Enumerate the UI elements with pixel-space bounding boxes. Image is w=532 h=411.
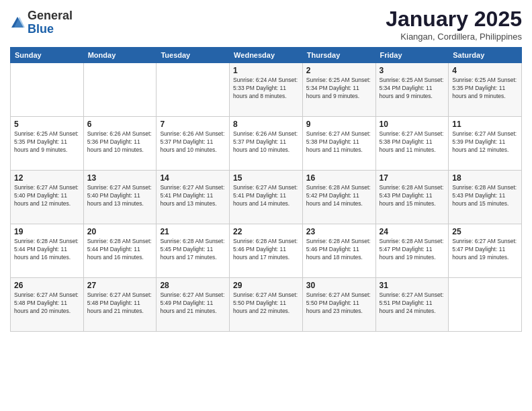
day-info-1-3: Sunrise: 6:26 AM Sunset: 5:37 PM Dayligh…: [233, 130, 299, 154]
cell-4-6: [449, 278, 522, 332]
week-row-0: 1Sunrise: 6:24 AM Sunset: 5:33 PM Daylig…: [11, 63, 522, 117]
day-num-2-0: 12: [14, 173, 80, 183]
cell-2-3: 15Sunrise: 6:27 AM Sunset: 5:41 PM Dayli…: [230, 171, 303, 224]
day-info-2-3: Sunrise: 6:27 AM Sunset: 5:41 PM Dayligh…: [233, 184, 299, 208]
day-info-2-5: Sunrise: 6:28 AM Sunset: 5:43 PM Dayligh…: [380, 184, 445, 208]
day-info-2-0: Sunrise: 6:27 AM Sunset: 5:40 PM Dayligh…: [14, 184, 80, 208]
cell-1-3: 8Sunrise: 6:26 AM Sunset: 5:37 PM Daylig…: [230, 117, 303, 171]
day-num-3-5: 24: [380, 227, 445, 236]
day-num-4-3: 29: [233, 281, 299, 290]
day-info-3-6: Sunrise: 6:27 AM Sunset: 5:47 PM Dayligh…: [452, 238, 518, 262]
cell-1-1: 6Sunrise: 6:26 AM Sunset: 5:36 PM Daylig…: [83, 117, 157, 171]
day-info-1-4: Sunrise: 6:27 AM Sunset: 5:38 PM Dayligh…: [306, 130, 372, 154]
day-num-4-2: 28: [160, 281, 226, 290]
day-num-0-4: 2: [306, 66, 372, 75]
cell-2-4: 16Sunrise: 6:28 AM Sunset: 5:42 PM Dayli…: [302, 171, 375, 224]
cell-4-4: 30Sunrise: 6:27 AM Sunset: 5:50 PM Dayli…: [302, 278, 375, 332]
day-num-1-2: 7: [160, 120, 226, 129]
logo-icon: [10, 15, 25, 30]
location-subtitle: Kiangan, Cordillera, Philippines: [386, 32, 522, 42]
week-row-1: 5Sunrise: 6:25 AM Sunset: 5:35 PM Daylig…: [11, 117, 522, 171]
day-num-3-2: 21: [160, 227, 226, 236]
day-info-3-2: Sunrise: 6:28 AM Sunset: 5:45 PM Dayligh…: [160, 238, 226, 262]
cell-4-3: 29Sunrise: 6:27 AM Sunset: 5:50 PM Dayli…: [230, 278, 303, 332]
day-num-2-5: 17: [380, 173, 445, 183]
cell-2-1: 13Sunrise: 6:27 AM Sunset: 5:40 PM Dayli…: [83, 171, 157, 224]
day-info-1-6: Sunrise: 6:27 AM Sunset: 5:39 PM Dayligh…: [452, 130, 518, 154]
logo-blue: Blue: [28, 22, 54, 36]
title-block: January 2025 Kiangan, Cordillera, Philip…: [386, 7, 522, 42]
cell-0-6: 4Sunrise: 6:25 AM Sunset: 5:35 PM Daylig…: [449, 63, 522, 117]
day-num-2-2: 14: [160, 173, 226, 183]
day-num-0-6: 4: [452, 66, 518, 75]
day-num-2-3: 15: [233, 173, 299, 183]
col-tuesday: Tuesday: [157, 48, 230, 63]
day-num-1-3: 8: [233, 120, 299, 129]
cell-0-3: 1Sunrise: 6:24 AM Sunset: 5:33 PM Daylig…: [230, 63, 303, 117]
day-num-1-0: 5: [14, 120, 80, 129]
cell-3-6: 25Sunrise: 6:27 AM Sunset: 5:47 PM Dayli…: [449, 224, 522, 278]
day-num-4-4: 30: [306, 281, 372, 290]
cell-1-4: 9Sunrise: 6:27 AM Sunset: 5:38 PM Daylig…: [302, 117, 375, 171]
day-num-1-6: 11: [452, 120, 518, 129]
week-row-2: 12Sunrise: 6:27 AM Sunset: 5:40 PM Dayli…: [11, 171, 522, 224]
day-info-4-0: Sunrise: 6:27 AM Sunset: 5:48 PM Dayligh…: [14, 291, 80, 316]
day-num-3-3: 22: [233, 227, 299, 236]
col-sunday: Sunday: [11, 48, 84, 63]
day-info-1-0: Sunrise: 6:25 AM Sunset: 5:35 PM Dayligh…: [14, 130, 80, 154]
cell-1-6: 11Sunrise: 6:27 AM Sunset: 5:39 PM Dayli…: [449, 117, 522, 171]
cell-3-4: 23Sunrise: 6:28 AM Sunset: 5:46 PM Dayli…: [302, 224, 375, 278]
cell-2-2: 14Sunrise: 6:27 AM Sunset: 5:41 PM Dayli…: [157, 171, 230, 224]
day-info-2-1: Sunrise: 6:27 AM Sunset: 5:40 PM Dayligh…: [87, 184, 153, 208]
day-info-4-1: Sunrise: 6:27 AM Sunset: 5:48 PM Dayligh…: [87, 291, 153, 316]
day-info-3-0: Sunrise: 6:28 AM Sunset: 5:44 PM Dayligh…: [14, 238, 80, 262]
cell-4-5: 31Sunrise: 6:27 AM Sunset: 5:51 PM Dayli…: [375, 278, 449, 332]
day-num-1-1: 6: [87, 120, 153, 129]
day-num-2-4: 16: [306, 173, 372, 183]
week-row-3: 19Sunrise: 6:28 AM Sunset: 5:44 PM Dayli…: [11, 224, 522, 278]
day-info-0-3: Sunrise: 6:24 AM Sunset: 5:33 PM Dayligh…: [233, 77, 299, 101]
cell-1-2: 7Sunrise: 6:26 AM Sunset: 5:37 PM Daylig…: [157, 117, 230, 171]
day-info-3-5: Sunrise: 6:28 AM Sunset: 5:47 PM Dayligh…: [380, 238, 445, 262]
col-monday: Monday: [83, 48, 157, 63]
page: General Blue January 2025 Kiangan, Cordi…: [0, 0, 532, 411]
logo-general: General: [28, 9, 73, 22]
day-num-2-6: 18: [452, 173, 518, 183]
day-info-2-2: Sunrise: 6:27 AM Sunset: 5:41 PM Dayligh…: [160, 184, 226, 208]
header: General Blue January 2025 Kiangan, Cordi…: [10, 7, 522, 42]
day-info-1-1: Sunrise: 6:26 AM Sunset: 5:36 PM Dayligh…: [87, 130, 153, 154]
day-num-3-0: 19: [14, 227, 80, 236]
day-num-3-4: 23: [306, 227, 372, 236]
day-num-2-1: 13: [87, 173, 153, 183]
day-num-1-5: 10: [380, 120, 445, 129]
day-info-2-4: Sunrise: 6:28 AM Sunset: 5:42 PM Dayligh…: [306, 184, 372, 208]
day-info-3-4: Sunrise: 6:28 AM Sunset: 5:46 PM Dayligh…: [306, 238, 372, 262]
day-num-0-5: 3: [380, 66, 445, 75]
calendar-header-row: Sunday Monday Tuesday Wednesday Thursday…: [11, 48, 522, 63]
week-row-4: 26Sunrise: 6:27 AM Sunset: 5:48 PM Dayli…: [11, 278, 522, 332]
day-info-2-6: Sunrise: 6:28 AM Sunset: 5:43 PM Dayligh…: [452, 184, 518, 208]
day-info-4-4: Sunrise: 6:27 AM Sunset: 5:50 PM Dayligh…: [306, 291, 372, 316]
cell-1-5: 10Sunrise: 6:27 AM Sunset: 5:38 PM Dayli…: [375, 117, 449, 171]
day-info-4-2: Sunrise: 6:27 AM Sunset: 5:49 PM Dayligh…: [160, 291, 226, 316]
day-info-4-5: Sunrise: 6:27 AM Sunset: 5:51 PM Dayligh…: [380, 291, 445, 316]
day-num-1-4: 9: [306, 120, 372, 129]
cell-1-0: 5Sunrise: 6:25 AM Sunset: 5:35 PM Daylig…: [11, 117, 84, 171]
cell-3-2: 21Sunrise: 6:28 AM Sunset: 5:45 PM Dayli…: [157, 224, 230, 278]
col-thursday: Thursday: [302, 48, 375, 63]
cell-0-4: 2Sunrise: 6:25 AM Sunset: 5:34 PM Daylig…: [302, 63, 375, 117]
calendar-table: Sunday Monday Tuesday Wednesday Thursday…: [10, 47, 522, 332]
cell-0-2: [157, 63, 230, 117]
col-wednesday: Wednesday: [230, 48, 303, 63]
cell-0-0: [11, 63, 84, 117]
day-info-4-3: Sunrise: 6:27 AM Sunset: 5:50 PM Dayligh…: [233, 291, 299, 316]
day-info-1-5: Sunrise: 6:27 AM Sunset: 5:38 PM Dayligh…: [380, 130, 445, 154]
day-num-4-1: 27: [87, 281, 153, 290]
cell-2-0: 12Sunrise: 6:27 AM Sunset: 5:40 PM Dayli…: [11, 171, 84, 224]
day-num-3-1: 20: [87, 227, 153, 236]
cell-0-1: [83, 63, 157, 117]
cell-2-5: 17Sunrise: 6:28 AM Sunset: 5:43 PM Dayli…: [375, 171, 449, 224]
cell-4-1: 27Sunrise: 6:27 AM Sunset: 5:48 PM Dayli…: [83, 278, 157, 332]
cell-3-5: 24Sunrise: 6:28 AM Sunset: 5:47 PM Dayli…: [375, 224, 449, 278]
day-info-3-3: Sunrise: 6:28 AM Sunset: 5:46 PM Dayligh…: [233, 238, 299, 262]
